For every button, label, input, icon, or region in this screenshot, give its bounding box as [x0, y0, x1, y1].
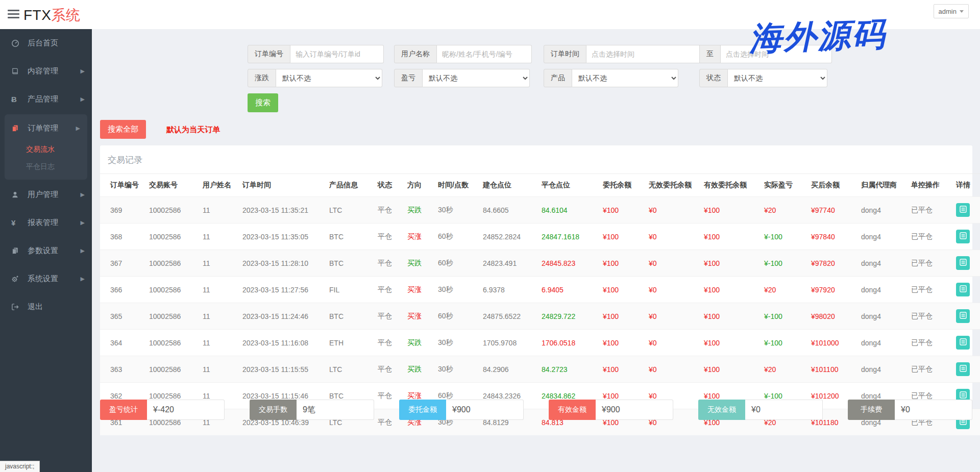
search-button[interactable]: 搜索	[248, 93, 278, 112]
menu-toggle-icon[interactable]	[8, 10, 19, 18]
sidebar-item-6[interactable]: ¥报表管理▶	[0, 209, 92, 237]
sidebar-subitem[interactable]: 交易流水	[5, 141, 87, 158]
sidebar-item-4[interactable]: 订单管理▶	[5, 115, 87, 141]
detail-button[interactable]	[956, 362, 970, 376]
cell-balance: ¥97820	[807, 250, 857, 277]
cell-direction: 买涨	[403, 303, 434, 330]
detail-icon	[960, 391, 967, 400]
cell-product: BTC	[325, 250, 374, 277]
sidebar-item-8[interactable]: 系统设置▶	[0, 265, 92, 293]
order-time-start-input[interactable]	[586, 45, 700, 63]
table-row: 36410002586112023-03-15 11:16:08ETH平仓买跌3…	[100, 330, 980, 356]
profit-select[interactable]: 默认不选	[423, 69, 530, 87]
cell-product: LTC	[325, 197, 374, 223]
cell-entrust: ¥100	[599, 250, 645, 277]
admin-dropdown[interactable]: admin	[934, 4, 969, 18]
summary-box: 委托金额¥900	[399, 400, 524, 420]
chevron-right-icon: ▶	[76, 125, 80, 132]
dashboard-icon	[11, 39, 23, 47]
summary-label: 委托金额	[399, 400, 446, 420]
summary-box: 交易手数9笔	[250, 400, 374, 420]
cell-product: FIL	[325, 277, 374, 303]
detail-button[interactable]	[956, 230, 970, 243]
detail-icon	[960, 312, 967, 320]
cell-close: 24829.722	[537, 303, 599, 330]
cell-open: 24823.491	[479, 250, 537, 277]
cell-detail	[952, 303, 980, 330]
sidebar-item-7[interactable]: 参数设置▶	[0, 237, 92, 265]
summary-value: ¥900	[596, 400, 673, 420]
cell-id: 363	[100, 356, 145, 383]
cell-detail	[952, 277, 980, 303]
cell-duration: 30秒	[434, 356, 479, 383]
cell-profit: ¥20	[760, 197, 807, 223]
cell-open: 24852.2824	[479, 223, 537, 250]
cell-control: 已平仓	[907, 330, 952, 356]
cell-account: 10002586	[145, 250, 199, 277]
sidebar-item-5[interactable]: 用户管理▶	[0, 181, 92, 209]
cell-product: BTC	[325, 223, 374, 250]
cell-valid: ¥100	[700, 197, 760, 223]
detail-button[interactable]	[956, 283, 970, 296]
sidebar-item-label: 内容管理	[28, 66, 58, 76]
cell-id: 364	[100, 330, 145, 356]
chevron-right-icon: ▶	[81, 219, 85, 226]
chevron-right-icon: ▶	[81, 191, 85, 198]
cell-time: 2023-03-15 11:16:08	[238, 330, 325, 356]
detail-button[interactable]	[956, 203, 970, 217]
logout-icon	[11, 303, 23, 311]
sidebar-item-label: 参数设置	[28, 246, 58, 256]
cell-profit: ¥-100	[760, 223, 807, 250]
cell-valid: ¥100	[700, 356, 760, 383]
sidebar-subitem[interactable]: 平仓日志	[5, 158, 87, 176]
user-icon	[11, 191, 23, 198]
detail-icon	[960, 232, 967, 241]
cell-valid: ¥100	[700, 330, 760, 356]
table-row: 36310002586112023-03-15 11:15:55LTC平仓买跌3…	[100, 356, 980, 383]
cell-close: 6.9405	[537, 277, 599, 303]
cell-name: 11	[199, 197, 238, 223]
cell-name: 11	[199, 223, 238, 250]
status-select[interactable]: 默认不选	[728, 69, 827, 87]
cell-balance: ¥98020	[807, 303, 857, 330]
cell-time: 2023-03-15 11:24:46	[238, 303, 325, 330]
column-header: 实际盈亏	[760, 174, 807, 197]
trade-records-table: 订单编号交易账号用户姓名订单时间产品信息状态方向时间/点数建仓点位平仓点位委托余…	[100, 173, 980, 435]
product-select[interactable]: 默认不选	[572, 69, 678, 87]
table-header-row: 订单编号交易账号用户姓名订单时间产品信息状态方向时间/点数建仓点位平仓点位委托余…	[100, 174, 980, 197]
user-name-input[interactable]	[437, 45, 532, 63]
cell-valid: ¥100	[700, 223, 760, 250]
sidebar-item-9[interactable]: 退出	[0, 293, 92, 321]
cell-account: 10002586	[145, 277, 199, 303]
sidebar-item-3[interactable]: Ƀ产品管理▶	[0, 85, 92, 113]
cell-balance: ¥97840	[807, 223, 857, 250]
sidebar: 后台首页内容管理▶Ƀ产品管理▶订单管理▶交易流水平仓日志用户管理▶¥报表管理▶参…	[0, 29, 92, 472]
default-today-hint: 默认为当天订单	[166, 125, 220, 135]
detail-icon	[960, 285, 967, 294]
summary-bar: 盈亏统计¥-420交易手数9笔委托金额¥900有效金额¥900无效金额¥0手续费…	[100, 400, 972, 420]
order-id-input[interactable]	[290, 45, 384, 63]
detail-icon	[960, 259, 967, 267]
params-icon	[11, 247, 23, 255]
column-header: 方向	[403, 174, 434, 197]
sidebar-subitem-label: 平仓日志	[26, 162, 55, 171]
cell-direction: 买跌	[403, 197, 434, 223]
sidebar-item-1[interactable]: 后台首页	[0, 29, 92, 57]
sidebar-item-2[interactable]: 内容管理▶	[0, 57, 92, 85]
detail-button[interactable]	[956, 336, 970, 350]
order-time-end-input[interactable]	[721, 45, 832, 63]
column-header: 订单时间	[238, 174, 325, 197]
cell-agent: dong4	[857, 303, 907, 330]
cell-close: 24845.823	[537, 250, 599, 277]
cell-id: 365	[100, 303, 145, 330]
updown-select[interactable]: 默认不选	[276, 69, 382, 87]
bitcoin-icon: Ƀ	[11, 95, 23, 104]
cell-detail	[952, 356, 980, 383]
cell-status: 平仓	[374, 223, 403, 250]
cell-direction: 买涨	[403, 223, 434, 250]
detail-button[interactable]	[956, 256, 970, 270]
detail-button[interactable]	[956, 309, 970, 323]
search-all-button[interactable]: 搜索全部	[100, 120, 146, 139]
orders-icon	[11, 125, 23, 132]
cell-profit: ¥20	[760, 356, 807, 383]
